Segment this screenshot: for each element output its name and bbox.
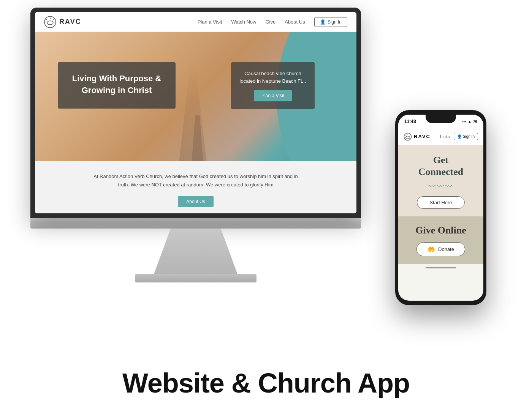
gc-title-line1: Get xyxy=(433,155,448,166)
nav-link-plan-visit[interactable]: Plan a Visit xyxy=(198,19,222,25)
phone-nav-right: Links 👤 Sign In xyxy=(440,133,478,140)
hero-plan-visit-button[interactable]: Plan a Visit xyxy=(254,90,292,101)
nav-links: Plan a Visit Watch Now Give About Us 👤 S… xyxy=(198,17,347,27)
hero-title-line1: Living With Purpose & xyxy=(72,74,161,83)
phone-notch xyxy=(426,115,456,123)
phone-signin-button[interactable]: 👤 Sign In xyxy=(454,133,478,140)
phone-wrapper: 11:48 ▪▪▪ ▲ 76 xyxy=(395,110,486,305)
svg-line-10 xyxy=(405,134,405,135)
hero-description: Causal beach vibe church located in Nept… xyxy=(239,70,306,85)
home-bar xyxy=(426,267,456,268)
battery-label: 76 xyxy=(473,120,477,124)
phone-get-connected-title: Get Connected xyxy=(404,154,477,178)
svg-point-1 xyxy=(47,21,53,25)
phone-start-here-button[interactable]: Start Here xyxy=(417,196,464,209)
phone-status-icons: ▪▪▪ ▲ 76 xyxy=(462,120,477,124)
phone-frame: 11:48 ▪▪▪ ▲ 76 xyxy=(395,110,486,305)
monitor-stand-base xyxy=(135,274,256,282)
hero-text-box: Living With Purpose & Growing in Christ xyxy=(58,62,176,109)
phone-give-online-section: Give Online 🤲 Donate xyxy=(398,216,483,264)
wave-decoration: 〰〰〰 xyxy=(404,182,477,191)
bottom-page-title: Website & Church App xyxy=(0,367,532,399)
hero-title: Living With Purpose & Growing in Christ xyxy=(71,73,162,96)
phone-nav: RAVC Links 👤 Sign In xyxy=(398,128,483,145)
phone-ravc-logo-icon xyxy=(404,132,412,141)
person-icon: 👤 xyxy=(320,19,326,25)
svg-line-3 xyxy=(46,19,47,20)
donate-label: Donate xyxy=(438,246,454,252)
nav-link-about-us[interactable]: About Us xyxy=(285,19,305,25)
phone-person-icon: 👤 xyxy=(457,134,462,139)
nav-link-watch-now[interactable]: Watch Now xyxy=(231,19,256,25)
gc-title-line2: Connected xyxy=(418,166,463,177)
monitor-stand-top xyxy=(154,229,238,274)
website-about-section: At Random Action Verb Church, we believe… xyxy=(35,161,356,213)
wifi-icon: ▲ xyxy=(468,120,472,124)
nav-logo-text: RAVC xyxy=(59,18,81,26)
phone-nav-logo: RAVC xyxy=(404,132,431,141)
monitor-screen: RAVC Plan a Visit Watch Now Give About U… xyxy=(35,12,356,213)
phone-time: 11:48 xyxy=(404,119,416,124)
svg-line-4 xyxy=(53,19,54,20)
svg-point-8 xyxy=(406,136,410,139)
phone-home-indicator xyxy=(398,264,483,271)
hero-right-box: Causal beach vibe church located in Nept… xyxy=(231,62,315,109)
phone-links-button[interactable]: Links xyxy=(440,134,450,139)
scene: RAVC Plan a Visit Watch Now Give About U… xyxy=(0,0,532,410)
monitor-wrapper: RAVC Plan a Visit Watch Now Give About U… xyxy=(30,8,361,282)
nav-signin-button[interactable]: 👤 Sign In xyxy=(314,17,347,27)
nav-logo: RAVC xyxy=(44,16,81,28)
nav-link-give[interactable]: Give xyxy=(265,19,276,25)
monitor-chin xyxy=(30,218,361,229)
svg-line-11 xyxy=(410,134,411,135)
phone-get-connected-section: Get Connected 〰〰〰 Start Here xyxy=(398,145,483,216)
website-hero: Living With Purpose & Growing in Christ … xyxy=(35,32,356,161)
phone-signin-label: Sign In xyxy=(463,134,475,139)
donate-icon: 🤲 xyxy=(428,246,435,253)
signin-label: Sign In xyxy=(328,19,342,25)
phone-logo-text: RAVC xyxy=(414,134,431,139)
signal-icon: ▪▪▪ xyxy=(462,120,466,124)
ravc-logo-icon xyxy=(44,16,56,28)
website-nav: RAVC Plan a Visit Watch Now Give About U… xyxy=(35,12,356,32)
phone-screen: 11:48 ▪▪▪ ▲ 76 xyxy=(398,115,483,301)
phone-donate-button[interactable]: 🤲 Donate xyxy=(416,242,465,256)
phone-give-online-title: Give Online xyxy=(404,225,477,236)
monitor-frame: RAVC Plan a Visit Watch Now Give About U… xyxy=(30,8,361,218)
about-text: At Random Action Verb Church, we believe… xyxy=(89,172,302,189)
about-us-button[interactable]: About Us xyxy=(178,196,213,207)
hero-title-line2: Growing in Christ xyxy=(82,85,152,95)
